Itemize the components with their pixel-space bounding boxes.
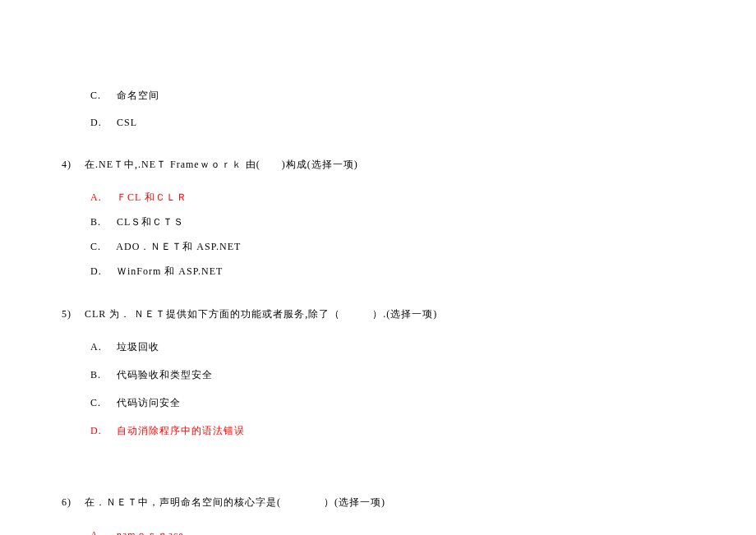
option-text: 垃圾回收	[117, 341, 159, 353]
option-text: 自动消除程序中的语法错误	[117, 425, 245, 436]
question-text: CLR 为． ＮＥＴ提供如下方面的功能或者服务,除了（ ）.(选择一项)	[85, 308, 437, 320]
option-text: namｅｓｐace	[117, 529, 184, 535]
option-label: A.	[90, 191, 113, 204]
q4-option-a: A. ＦCL 和ＣＬＲ	[62, 191, 756, 205]
option-label: B.	[90, 216, 113, 228]
option-label: B.	[90, 369, 113, 381]
option-label: A.	[90, 529, 113, 535]
option-text: 代码验收和类型安全	[117, 369, 213, 380]
orphan-option-d: D. CSL	[62, 117, 756, 129]
q6-option-a: A. namｅｓｐace	[62, 528, 756, 535]
q5-option-d: D. 自动消除程序中的语法错误	[62, 424, 756, 438]
option-label: A.	[90, 341, 113, 353]
option-text: 命名空间	[117, 90, 159, 101]
option-label: C.	[90, 397, 113, 409]
option-label: C.	[90, 241, 113, 253]
option-label: D.	[90, 425, 113, 437]
question-text: 在.NEＴ中,.NEＴ Frameｗｏｒｋ 由( )构成(选择一项)	[85, 159, 358, 170]
orphan-option-c: C. 命名空间	[62, 89, 756, 103]
option-label: D.	[90, 117, 113, 129]
question-number: 4)	[62, 159, 81, 171]
question-6-options: A. namｅｓｐace	[62, 528, 756, 535]
question-number: 6)	[62, 496, 81, 509]
option-text: ＦCL 和ＣＬＲ	[117, 191, 187, 203]
q5-option-c: C. 代码访问安全	[62, 396, 756, 410]
question-6: 6) 在．ＮＥＴ中，声明命名空间的核心字是( ）(选择一项)	[62, 496, 756, 510]
question-text: 在．ＮＥＴ中，声明命名空间的核心字是( ）(选择一项)	[85, 496, 385, 508]
option-label: D.	[90, 265, 113, 278]
option-text: ＷinForm 和 ASP.NET	[117, 265, 223, 277]
option-text: CLＳ和ＣＴＳ	[117, 216, 184, 228]
q5-option-a: A. 垃圾回收	[62, 340, 756, 354]
option-text: CSL	[117, 117, 137, 128]
q4-option-b: B. CLＳ和ＣＴＳ	[62, 215, 756, 229]
option-label: C.	[90, 90, 113, 102]
option-text: 代码访问安全	[117, 397, 181, 408]
q4-option-c: C. ADO．ＮＥＴ和 ASP.NET	[62, 240, 756, 254]
question-number: 5)	[62, 308, 81, 321]
q5-option-b: B. 代码验收和类型安全	[62, 368, 756, 382]
question-4: 4) 在.NEＴ中,.NEＴ Frameｗｏｒｋ 由( )构成(选择一项)	[62, 158, 756, 172]
spacer	[62, 452, 756, 467]
question-5-options: A. 垃圾回收 B. 代码验收和类型安全 C. 代码访问安全 D. 自动消除程序…	[62, 340, 756, 438]
question-4-options: A. ＦCL 和ＣＬＲ B. CLＳ和ＣＴＳ C. ADO．ＮＥＴ和 ASP.N…	[62, 191, 756, 279]
option-text: ADO．ＮＥＴ和 ASP.NET	[116, 241, 241, 252]
question-5: 5) CLR 为． ＮＥＴ提供如下方面的功能或者服务,除了（ ）.(选择一项)	[62, 307, 756, 321]
q4-option-d: D. ＷinForm 和 ASP.NET	[62, 265, 756, 279]
